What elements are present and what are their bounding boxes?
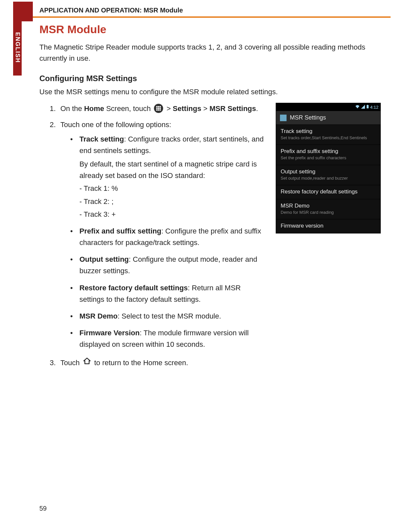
phone-item-sub: Set tracks order,Start Sentinels,End Sen… <box>281 135 376 141</box>
step-1-settings: Settings <box>173 104 201 113</box>
section-intro: Use the MSR settings menu to configure t… <box>39 88 381 96</box>
phone-screenshot: 4:12 MSR Settings Track setting Set trac… <box>276 103 381 233</box>
step-2-text: Touch one of the following options: <box>60 121 171 129</box>
step-1-text-b: Screen, touch <box>104 104 153 113</box>
step-1: On the Home Screen, touch > Settings > M… <box>58 103 267 114</box>
option-demo: MSR Demo: Select to test the MSR module. <box>70 310 267 322</box>
home-icon <box>83 357 91 368</box>
phone-item-sub: Set output mode,reader and buzzer <box>281 176 376 181</box>
phone-app-bar: MSR Settings <box>276 111 380 125</box>
step-1-end: . <box>256 104 258 113</box>
page-title: MSR Module <box>39 23 381 36</box>
option-firmware-label: Firmware Version <box>79 329 139 337</box>
header-breadcrumb: APPLICATION AND OPERATION: MSR Module <box>39 7 183 14</box>
app-icon <box>280 115 287 121</box>
phone-item-demo[interactable]: MSR Demo Demo for MSR card reading <box>276 199 380 219</box>
option-restore: Restore factory default settings: Return… <box>70 282 267 305</box>
status-time: 4:12 <box>370 105 378 110</box>
option-track-label: Track setting <box>79 135 124 143</box>
phone-item-output[interactable]: Output setting Set output mode,reader an… <box>276 165 380 185</box>
option-track-note: By default, the start sentinel of a magn… <box>79 158 267 181</box>
phone-item-sub: Set the prefix and suffix characters <box>281 155 376 161</box>
phone-item-track[interactable]: Track setting Set tracks order,Start Sen… <box>276 125 380 145</box>
option-prefix-label: Prefix and suffix setting <box>79 227 161 235</box>
option-output: Output setting: Configure the output mod… <box>70 254 267 277</box>
phone-item-title: Output setting <box>281 168 376 175</box>
option-track: Track setting: Configure tracks order, s… <box>70 133 267 220</box>
step-3: Touch to return to the Home screen. <box>58 357 267 369</box>
phone-item-sub: Demo for MSR card reading <box>281 210 376 215</box>
step-3-text-a: Touch <box>60 359 82 367</box>
track-default-2: - Track 2: ; <box>79 196 267 207</box>
phone-app-title: MSR Settings <box>290 114 326 121</box>
phone-item-title: Firmware version <box>281 223 376 229</box>
option-restore-label: Restore factory default settings <box>79 284 188 292</box>
track-default-3: - Track 3: + <box>79 209 267 220</box>
language-side-tab: ENGLISH <box>13 20 22 76</box>
option-prefix: Prefix and suffix setting: Configure the… <box>70 225 267 248</box>
option-demo-desc: : Select to test the MSR module. <box>118 312 221 320</box>
step-1-arrow1: > <box>166 104 173 113</box>
signal-icon <box>361 105 365 110</box>
option-demo-label: MSR Demo <box>79 312 118 320</box>
battery-icon <box>366 105 369 110</box>
phone-item-firmware[interactable]: Firmware version <box>276 219 380 233</box>
header-accent-square <box>13 2 33 21</box>
section-heading: Configuring MSR Settings <box>39 74 381 83</box>
header-divider <box>33 16 391 18</box>
phone-item-title: Track setting <box>281 128 376 135</box>
svg-rect-0 <box>367 105 369 108</box>
option-output-label: Output setting <box>79 255 129 263</box>
svg-rect-1 <box>367 105 368 105</box>
track-default-1: - Track 1: % <box>79 183 267 194</box>
step-1-text-a: On the <box>60 104 84 113</box>
page-number: 59 <box>39 505 47 512</box>
step-1-home: Home <box>84 104 104 113</box>
phone-status-bar: 4:12 <box>276 103 380 111</box>
intro-paragraph: The Magnetic Stripe Reader module suppor… <box>39 42 381 64</box>
step-3-text-b: to return to the Home screen. <box>94 359 188 367</box>
phone-item-prefix[interactable]: Prefix and suffix setting Set the prefix… <box>276 145 380 165</box>
step-1-arrow2: > <box>201 104 209 113</box>
phone-item-title: MSR Demo <box>281 203 376 209</box>
phone-item-title: Restore factory default settings <box>281 188 376 195</box>
step-1-msr: MSR Settings <box>209 104 256 113</box>
wifi-icon <box>355 105 360 110</box>
apps-icon <box>154 104 163 113</box>
option-firmware: Firmware Version: The module firmware ve… <box>70 327 267 350</box>
step-2: Touch one of the following options: Trac… <box>58 119 267 350</box>
phone-item-title: Prefix and suffix setting <box>281 148 376 155</box>
phone-item-restore[interactable]: Restore factory default settings <box>276 185 380 199</box>
